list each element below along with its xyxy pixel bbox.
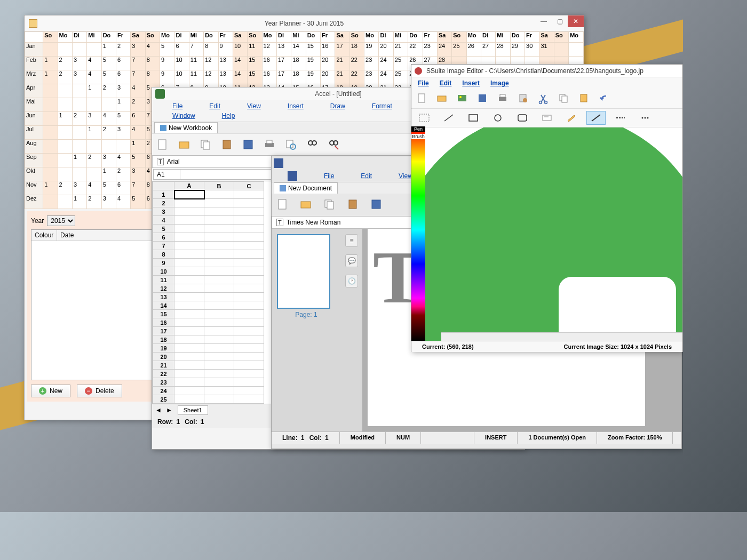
calendar-cell[interactable]: 1 <box>72 195 86 209</box>
line-tool-icon[interactable] <box>439 111 458 125</box>
cell[interactable] <box>174 301 204 310</box>
calendar-cell[interactable]: 4 <box>131 126 145 140</box>
year-planner-titlebar[interactable]: Year Planner - 30 Juni 2015 — ▢ ✕ <box>25 15 584 31</box>
calendar-cell[interactable]: 20 <box>321 70 335 84</box>
calendar-cell[interactable]: 1 <box>43 181 58 195</box>
column-header-date[interactable]: Date <box>57 230 153 241</box>
calendar-cell[interactable]: 22 <box>349 57 364 70</box>
cell[interactable] <box>174 395 204 404</box>
calendar-cell[interactable] <box>101 98 116 112</box>
calendar-cell[interactable]: 27 <box>481 43 495 57</box>
calendar-cell[interactable]: 11 <box>189 70 203 84</box>
cell[interactable] <box>174 387 204 395</box>
copy-icon[interactable] <box>557 92 571 105</box>
menu-file[interactable]: File <box>172 102 182 110</box>
calendar-cell[interactable]: 3 <box>101 154 116 167</box>
cell[interactable] <box>174 216 204 225</box>
text-tool-icon[interactable]: ≡ <box>345 234 358 247</box>
calendar-cell[interactable] <box>87 43 101 57</box>
clock-icon[interactable]: 🕐 <box>345 275 358 287</box>
calendar-cell[interactable]: 31 <box>539 43 554 57</box>
calendar-cell[interactable] <box>58 140 72 154</box>
calendar-cell[interactable] <box>58 84 72 98</box>
calendar-cell[interactable]: 2 <box>58 181 72 195</box>
calendar-cell[interactable] <box>43 154 58 167</box>
pencil-tool-icon[interactable] <box>562 111 581 125</box>
copy-icon[interactable] <box>322 197 338 213</box>
calendar-cell[interactable]: 6 <box>174 43 189 57</box>
calendar-cell[interactable]: 1 <box>43 57 58 70</box>
calendar-cell[interactable] <box>87 140 101 154</box>
calendar-cell[interactable]: 21 <box>393 43 408 57</box>
calendar-cell[interactable] <box>58 154 72 167</box>
calendar-cell[interactable]: 8 <box>145 70 160 84</box>
cell[interactable] <box>234 387 264 395</box>
calendar-cell[interactable]: 2 <box>72 112 86 126</box>
cell[interactable] <box>234 242 264 250</box>
column-header[interactable]: C <box>234 182 264 190</box>
menu-draw[interactable]: Draw <box>330 102 345 110</box>
cell[interactable] <box>234 233 264 242</box>
colour-date-body[interactable] <box>31 241 153 380</box>
row-header[interactable]: 12 <box>153 284 174 293</box>
row-header[interactable]: 15 <box>153 310 174 318</box>
cell[interactable] <box>174 344 204 353</box>
cell[interactable] <box>204 335 234 344</box>
cell[interactable] <box>204 207 234 216</box>
calendar-cell[interactable]: 2 <box>101 84 116 98</box>
horizontal-scrollbar[interactable] <box>441 332 682 341</box>
calendar-cell[interactable]: 19 <box>364 43 379 57</box>
calendar-cell[interactable] <box>43 98 58 112</box>
calendar-cell[interactable]: 18 <box>349 43 364 57</box>
calendar-cell[interactable] <box>87 98 101 112</box>
new-button[interactable]: + New <box>31 385 70 397</box>
row-header[interactable]: 10 <box>153 267 174 276</box>
row-header[interactable]: 5 <box>153 225 174 233</box>
calendar-cell[interactable]: 9 <box>160 57 174 70</box>
calendar-cell[interactable]: 3 <box>72 70 86 84</box>
find-icon[interactable] <box>305 137 320 152</box>
calendar-cell[interactable]: 25 <box>393 70 408 84</box>
cut-icon[interactable] <box>536 92 551 105</box>
cell[interactable] <box>204 190 234 199</box>
calendar-cell[interactable]: 21 <box>335 57 349 70</box>
cell[interactable] <box>234 353 264 361</box>
calendar-cell[interactable]: 10 <box>174 57 189 70</box>
cell[interactable] <box>174 293 204 301</box>
cell[interactable] <box>234 318 264 327</box>
calendar-cell[interactable]: 2 <box>58 57 72 70</box>
row-header[interactable]: 6 <box>153 233 174 242</box>
calendar-cell[interactable]: 4 <box>101 112 116 126</box>
cell[interactable] <box>234 267 264 276</box>
calendar-cell[interactable]: 23 <box>364 70 379 84</box>
text-tool-icon[interactable] <box>537 111 557 125</box>
row-header[interactable]: 11 <box>153 276 174 284</box>
calendar-cell[interactable]: 3 <box>87 112 101 126</box>
cell[interactable] <box>234 327 264 335</box>
row-header[interactable]: 22 <box>153 370 174 378</box>
cell[interactable] <box>174 233 204 242</box>
calendar-cell[interactable]: 11 <box>189 57 203 70</box>
calendar-cell[interactable] <box>43 167 58 181</box>
calendar-cell[interactable]: 9 <box>218 43 233 57</box>
cell[interactable] <box>234 361 264 370</box>
calendar-cell[interactable]: 5 <box>101 181 116 195</box>
image-editor-titlebar[interactable]: SSuite Image Editor - C:\Users\Christian… <box>411 65 682 77</box>
cell[interactable] <box>204 199 234 207</box>
calendar-cell[interactable]: 3 <box>101 195 116 209</box>
calendar-cell[interactable]: 4 <box>116 154 131 167</box>
calendar-cell[interactable]: 28 <box>496 43 510 57</box>
dash-style-icon[interactable] <box>611 111 630 125</box>
calendar-cell[interactable]: 25 <box>393 57 408 70</box>
cell[interactable] <box>234 225 264 233</box>
menu-edit[interactable]: Edit <box>209 102 220 110</box>
select-rect-icon[interactable] <box>415 111 434 125</box>
calendar-cell[interactable]: 29 <box>510 43 525 57</box>
calendar-cell[interactable]: 4 <box>131 84 145 98</box>
rounded-rect-tool-icon[interactable] <box>513 111 532 125</box>
row-header[interactable]: 23 <box>153 378 174 387</box>
calendar-cell[interactable]: 1 <box>131 140 145 154</box>
cell[interactable] <box>204 327 234 335</box>
row-header[interactable]: 25 <box>153 395 174 404</box>
calendar-cell[interactable] <box>58 195 72 209</box>
